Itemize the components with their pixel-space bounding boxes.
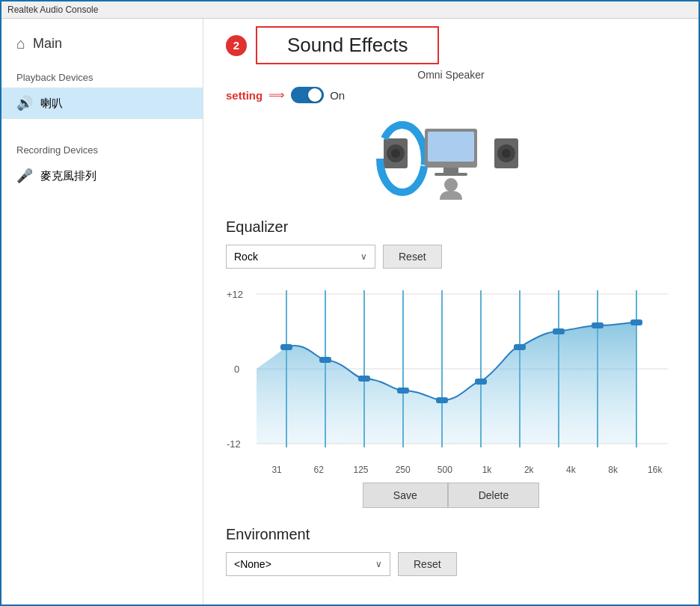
playback-devices-label: Playback Devices [1,61,203,88]
freq-label-500: 500 [426,465,464,475]
eq-actions: Save Delete [226,483,676,508]
sound-effects-toggle[interactable] [291,87,324,103]
eq-chevron-down-icon: ∨ [360,251,367,262]
environment-preset-select[interactable]: <None> ∨ [226,552,390,576]
mic-item-label: 麥克風排列 [40,169,96,183]
sidebar-item-speaker[interactable]: 🔊 喇叭 [1,88,203,119]
arrow-icon: ⟹ [268,88,285,102]
env-reset-button[interactable]: Reset [398,552,457,576]
sidebar-item-main[interactable]: ⌂ Main [1,26,203,61]
svg-rect-11 [435,173,467,176]
freq-label-31: 31 [258,465,295,475]
svg-rect-48 [630,319,642,325]
save-button[interactable]: Save [363,483,448,508]
eq-preset-value: Rock [234,251,258,263]
svg-rect-36 [397,388,409,394]
freq-label-250: 250 [384,465,422,475]
toggle-on-label: On [330,89,345,102]
delete-button[interactable]: Delete [448,483,539,508]
eq-freq-labels: 31 62 125 250 500 1k 2k 4k 8k 16k [226,462,676,475]
svg-point-3 [391,149,400,158]
svg-rect-38 [436,397,448,403]
recording-devices-label: Recording Devices [1,134,203,160]
svg-rect-42 [514,344,526,350]
freq-label-16k: 16k [636,465,674,475]
freq-label-2k: 2k [510,465,547,475]
freq-label-1k: 1k [468,465,506,475]
svg-rect-40 [475,379,487,385]
svg-rect-34 [358,376,370,382]
environment-section-header: Environment [226,526,676,543]
freq-label-8k: 8k [595,465,632,475]
eq-controls: Rock ∨ Reset [226,245,676,269]
freq-label-62: 62 [300,465,337,475]
svg-point-12 [444,178,458,192]
env-controls: <None> ∨ Reset [226,552,676,576]
setting-label: setting [226,89,262,102]
sidebar-item-mic[interactable]: 🎤 麥克風排列 [1,160,203,192]
svg-rect-46 [592,322,604,328]
omni-speaker-svg [369,117,533,200]
env-preset-value: <None> [234,558,271,570]
omni-label: Omni Speaker [226,69,676,81]
title-bar: Realtek Audio Console [1,1,699,19]
svg-rect-30 [280,344,292,350]
svg-point-7 [502,149,511,158]
eq-chart-svg: +12 0 -12 [226,279,676,459]
speaker-item-label: 喇叭 [40,97,63,111]
svg-rect-10 [443,168,458,174]
panel-header: 2 Sound Effects [226,26,676,64]
svg-text:+12: +12 [227,289,243,300]
svg-text:0: 0 [234,364,239,375]
eq-reset-button[interactable]: Reset [383,245,442,269]
panel-title-box: Sound Effects [256,26,439,64]
home-icon: ⌂ [16,35,25,52]
main-panel: 2 Sound Effects Omni Speaker setting ⟹ O… [203,19,699,605]
freq-label-125: 125 [342,465,379,475]
svg-rect-44 [553,328,565,334]
toggle-knob [308,88,322,102]
panel-title: Sound Effects [287,34,408,56]
sidebar: ⌂ Main Playback Devices 🔊 喇叭 Recording D… [1,19,203,605]
app-title: Realtek Audio Console [7,4,98,15]
speaker-icon: 🔊 [16,95,33,111]
environment-section: Environment <None> ∨ Reset [226,526,676,576]
toggle-row: setting ⟹ On [226,87,676,103]
sidebar-main-label: Main [33,36,62,52]
env-chevron-down-icon: ∨ [375,559,382,569]
equalizer-preset-select[interactable]: Rock ∨ [226,245,375,269]
step-badge: 2 [226,35,247,56]
svg-rect-9 [428,132,474,162]
speaker-illustration [226,114,676,203]
main-window: Realtek Audio Console ⌂ Main Playback De… [0,0,700,606]
svg-text:-12: -12 [227,438,241,450]
svg-rect-32 [319,357,331,363]
eq-chart-container: +12 0 -12 [226,279,676,474]
mic-icon: 🎤 [16,168,33,184]
freq-label-4k: 4k [552,465,589,475]
content-area: ⌂ Main Playback Devices 🔊 喇叭 Recording D… [1,19,699,605]
recording-section: Recording Devices 🎤 麥克風排列 [1,134,203,192]
equalizer-section-header: Equalizer [226,218,676,236]
